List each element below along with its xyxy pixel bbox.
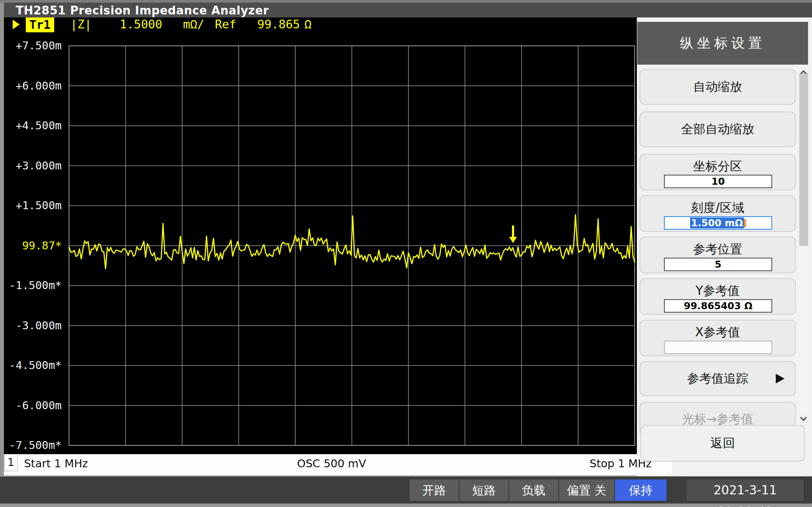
panel-scrollbar[interactable] (798, 67, 809, 426)
x-reference-input[interactable] (664, 341, 772, 354)
reference-position-group: 参考位置 5 (639, 237, 796, 273)
divisions-input[interactable]: 10 (664, 175, 772, 188)
x-reference-label: X参考值 (640, 324, 795, 341)
y-reference-label: Y参考值 (640, 283, 795, 299)
scale-per-division-label: 刻度/区域 (640, 200, 795, 216)
y-reference-group: Y参考值 99.865403 Ω (639, 278, 796, 315)
window-frame-left (0, 3, 4, 504)
reference-position-label: 参考位置 (640, 241, 795, 258)
title-bar: TH2851 Precision Impedance Analyzer (4, 3, 812, 17)
scrollbar-thumb[interactable] (799, 74, 808, 246)
back-button[interactable]: 返回 (640, 425, 805, 462)
x-reference-group: X参考值 (639, 320, 796, 356)
marker-down-arrow-icon (509, 237, 517, 243)
text-caret (744, 219, 746, 228)
load-button[interactable]: 负载 (509, 479, 558, 501)
panel-title: 纵坐标设置 (637, 34, 808, 52)
scale-per-division-input[interactable]: 1.500 mΩ (664, 216, 772, 230)
divisions-group: 坐标分区 10 (639, 154, 796, 190)
chevron-down-icon (800, 414, 807, 421)
bias-off-button[interactable]: 偏置 关 (559, 479, 614, 501)
short-circuit-button[interactable]: 短路 (460, 479, 508, 501)
reference-position-input[interactable]: 5 (664, 258, 772, 271)
marker-arrow-stem (512, 225, 514, 237)
trace-display-area: Tr1 |Z| 1.5000 mΩ/ Ref 99.865 Ω +7.500m … (4, 17, 637, 454)
clock-display: 2021-3-11 12:19:49 (687, 479, 804, 501)
divisions-label: 坐标分区 (640, 158, 795, 175)
window-frame-bottom (0, 504, 812, 507)
osc-level-label: OSC 500 mV (4, 457, 659, 470)
selected-text: 1.500 mΩ (690, 217, 744, 228)
sweep-status-strip: 1 Start 1 MHz OSC 500 mV Stop 1 MHz (4, 454, 672, 476)
open-circuit-button[interactable]: 开路 (410, 479, 459, 501)
y-reference-input[interactable]: 99.865403 Ω (664, 299, 772, 313)
panel-header: 纵坐标设置 (637, 22, 808, 65)
bottom-toolbar: 开路 短路 负载 偏置 关 保持 2021-3-11 12:19:49 (0, 476, 812, 504)
reference-tracking-button[interactable]: 参考值追踪 (639, 361, 796, 396)
impedance-trace-plot (4, 17, 637, 454)
auto-scale-button[interactable]: 自动缩放 (639, 69, 796, 105)
scale-per-division-group: 刻度/区域 1.500 mΩ (639, 195, 796, 232)
hold-button[interactable]: 保持 (615, 479, 667, 501)
vertical-axis-settings-panel: 纵坐标设置 自动缩放 全部自动缩放 坐标分区 10 刻度/区域 1.500 mΩ… (637, 17, 812, 476)
submenu-arrow-icon (776, 374, 784, 383)
window-title: TH2851 Precision Impedance Analyzer (16, 4, 269, 17)
scroll-down-button[interactable] (798, 414, 809, 426)
auto-scale-all-button[interactable]: 全部自动缩放 (639, 111, 796, 147)
